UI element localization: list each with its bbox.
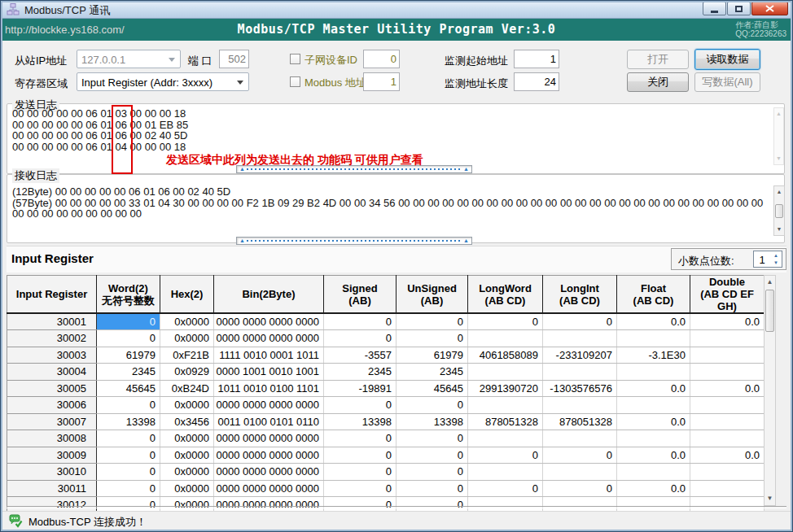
scroll-track[interactable]: [247, 240, 462, 242]
value-cell[interactable]: 0.0: [690, 313, 765, 330]
value-cell[interactable]: 0000 0000 0000 0000: [214, 447, 324, 464]
column-header[interactable]: LongInt(AB CD): [543, 276, 617, 314]
value-cell[interactable]: 0: [396, 464, 468, 481]
value-cell[interactable]: 0000 0000 0000 0000: [214, 480, 324, 497]
value-cell[interactable]: [468, 330, 543, 347]
value-cell[interactable]: 0: [324, 313, 396, 330]
value-cell[interactable]: [617, 330, 690, 347]
value-cell[interactable]: 0x0000: [160, 330, 214, 347]
value-cell[interactable]: [543, 397, 617, 414]
value-cell[interactable]: [617, 364, 690, 381]
value-cell[interactable]: 0000 0000 0000 0000: [214, 313, 324, 330]
value-cell[interactable]: [690, 413, 765, 430]
register-address-cell[interactable]: 30006: [7, 397, 97, 414]
table-vscrollbar[interactable]: ▲ ▼: [764, 275, 776, 506]
register-address-cell[interactable]: 30003: [7, 347, 97, 364]
value-cell[interactable]: 0: [97, 480, 160, 497]
close-connection-button[interactable]: 关闭: [627, 72, 689, 92]
value-cell[interactable]: 0: [396, 313, 468, 330]
column-header[interactable]: Hex(2): [160, 276, 214, 314]
value-cell[interactable]: -1303576576: [543, 380, 617, 397]
value-cell[interactable]: 0: [324, 480, 396, 497]
value-cell[interactable]: [690, 330, 765, 347]
value-cell[interactable]: [543, 330, 617, 347]
value-cell[interactable]: 0000 0000 0000 0000: [214, 464, 324, 481]
value-cell[interactable]: 0: [97, 447, 160, 464]
value-cell[interactable]: -19891: [324, 380, 396, 397]
value-cell[interactable]: -3.1E30: [617, 347, 690, 364]
scroll-up-icon[interactable]: ▲: [774, 186, 784, 198]
value-cell[interactable]: 0: [543, 480, 617, 497]
value-cell[interactable]: 0.0: [617, 413, 690, 430]
value-cell[interactable]: [690, 364, 765, 381]
value-cell[interactable]: 0: [396, 447, 468, 464]
subnet-id-checkbox[interactable]: [290, 54, 300, 64]
value-cell[interactable]: 0xF21B: [160, 347, 214, 364]
value-cell[interactable]: 0.0: [617, 447, 690, 464]
open-button[interactable]: 打开: [627, 50, 689, 69]
spin-down-icon[interactable]: ▼: [771, 259, 781, 266]
value-cell[interactable]: 0: [396, 480, 468, 497]
scroll-up-icon[interactable]: ▲: [765, 276, 775, 289]
value-cell[interactable]: 2345: [97, 364, 160, 381]
value-cell[interactable]: 0: [396, 330, 468, 347]
value-cell[interactable]: 878051328: [543, 413, 617, 430]
value-cell[interactable]: 0: [324, 330, 396, 347]
register-address-cell[interactable]: 30002: [7, 330, 97, 347]
value-cell[interactable]: 0: [324, 397, 396, 414]
value-cell[interactable]: 1011 0010 0100 1101: [214, 380, 324, 397]
value-cell[interactable]: 0000 0000 0000 0000: [214, 430, 324, 447]
value-cell[interactable]: 878051328: [468, 413, 543, 430]
value-cell[interactable]: 0x0000: [160, 480, 214, 497]
port-input[interactable]: [219, 50, 249, 68]
spin-up-icon[interactable]: ▲: [771, 252, 781, 259]
column-header[interactable]: Input Register: [7, 276, 97, 314]
value-cell[interactable]: 0x0929: [160, 364, 214, 381]
value-cell[interactable]: 0xB24D: [160, 380, 214, 397]
scroll-down-icon[interactable]: ▼: [774, 224, 784, 235]
read-data-button[interactable]: 读取数据: [694, 49, 760, 70]
value-cell[interactable]: [468, 364, 543, 381]
value-cell[interactable]: 0.0: [690, 380, 765, 397]
modbus-addr-checkbox[interactable]: [290, 76, 300, 87]
value-cell[interactable]: [690, 430, 765, 447]
value-cell[interactable]: 0000 1001 0010 1001: [214, 364, 324, 381]
maximize-button[interactable]: [727, 2, 751, 15]
register-area-combobox[interactable]: Input Register (Addr: 3xxxx): [77, 72, 249, 91]
value-cell[interactable]: 13398: [396, 413, 468, 430]
value-cell[interactable]: 0x0000: [160, 313, 214, 330]
close-button[interactable]: [751, 2, 788, 15]
value-cell[interactable]: 2345: [324, 364, 396, 381]
scroll-up-icon[interactable]: ▲: [774, 108, 783, 120]
send-log-vscrollbar[interactable]: ▲ ▼: [773, 107, 784, 165]
value-cell[interactable]: 0x0000: [160, 447, 214, 464]
scroll-down-icon[interactable]: ▼: [774, 153, 783, 164]
value-cell[interactable]: 0000 0000 0000 0000: [214, 397, 324, 414]
register-address-cell[interactable]: 30004: [7, 364, 97, 381]
column-header[interactable]: Float(AB CD): [617, 276, 690, 314]
value-cell[interactable]: 0011 0100 0101 0110: [214, 413, 324, 430]
value-cell[interactable]: [543, 464, 617, 481]
value-cell[interactable]: 0: [468, 447, 543, 464]
value-cell[interactable]: 0: [97, 313, 160, 330]
value-cell[interactable]: 13398: [97, 413, 160, 430]
value-cell[interactable]: 0: [97, 430, 160, 447]
value-cell[interactable]: 0.0: [690, 447, 765, 464]
value-cell[interactable]: 0: [468, 313, 543, 330]
value-cell[interactable]: 0: [396, 430, 468, 447]
value-cell[interactable]: 0: [97, 330, 160, 347]
receive-log-vscrollbar[interactable]: ▲ ▼: [773, 185, 785, 236]
scroll-down-icon[interactable]: ▼: [765, 492, 775, 505]
value-cell[interactable]: 0: [324, 464, 396, 481]
value-cell[interactable]: 0x0000: [160, 430, 214, 447]
value-cell[interactable]: 0: [324, 447, 396, 464]
value-cell[interactable]: 0000 0000 0000 0000: [214, 330, 324, 347]
minimize-button[interactable]: [703, 2, 726, 15]
value-cell[interactable]: 2345: [396, 364, 468, 381]
value-cell[interactable]: [617, 397, 690, 414]
value-cell[interactable]: 0x3456: [160, 413, 214, 430]
register-address-cell[interactable]: 30005: [7, 380, 97, 397]
value-cell[interactable]: -3557: [324, 347, 396, 364]
value-cell[interactable]: [543, 430, 617, 447]
column-header[interactable]: Bin(2Byte): [214, 276, 324, 314]
